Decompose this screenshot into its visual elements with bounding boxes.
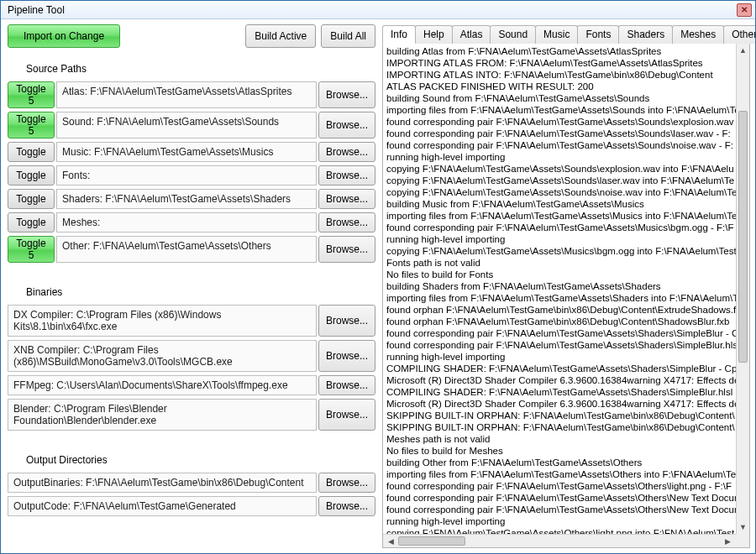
source-path-field[interactable]: Fonts: xyxy=(56,165,317,186)
binaries-list: DX Compiler: C:\Program Files (x86)\Wind… xyxy=(8,305,375,431)
vertical-scrollbar[interactable]: ▲ ▼ xyxy=(736,44,749,534)
source-path-field[interactable]: Music: F:\FNA\Aelum\TestGame\Assets\Musi… xyxy=(56,142,317,162)
binary-row: DX Compiler: C:\Program Files (x86)\Wind… xyxy=(8,305,375,337)
log-line: found corresponding pair F:\FNA\Aelum\Te… xyxy=(386,339,732,351)
output-heading: Output Directories xyxy=(26,454,375,466)
top-button-row: Import on Change Build Active Build All xyxy=(8,24,375,48)
log-line: copying F:\FNA\Aelum\TestGame\Assets\Sou… xyxy=(386,175,732,186)
binaries-heading: Binaries xyxy=(26,286,375,298)
log-line: SKIPPING BUILT-IN ORPHAN: F:\FNA\Aelum\T… xyxy=(386,421,732,433)
log-line: found corresponding pair F:\FNA\Aelum\Te… xyxy=(386,139,732,151)
scroll-down-arrow-icon[interactable]: ▼ xyxy=(737,520,749,534)
log-line: building Shaders from F:\FNA\Aelum\TestG… xyxy=(386,280,732,292)
log-line: building Music from F:\FNA\Aelum\TestGam… xyxy=(386,198,732,210)
log-line: found corresponding pair F:\FNA\Aelum\Te… xyxy=(386,222,732,233)
source-path-field[interactable]: Sound: F:\FNA\Aelum\TestGame\Assets\Soun… xyxy=(56,112,317,138)
tab-atlas[interactable]: Atlas xyxy=(452,25,491,44)
browse-button[interactable]: Browse... xyxy=(318,375,375,395)
horizontal-scrollbar[interactable]: ◀ ▶ xyxy=(383,534,736,547)
log-line: copying F:\FNA\Aelum\TestGame\Assets\Oth… xyxy=(386,527,732,534)
tab-help[interactable]: Help xyxy=(415,25,453,44)
browse-button[interactable]: Browse... xyxy=(318,340,375,372)
browse-button[interactable]: Browse... xyxy=(318,212,375,233)
build-all-button[interactable]: Build All xyxy=(321,24,375,48)
source-path-field[interactable]: Atlas: F:\FNA\Aelum\TestGame\Assets\Atla… xyxy=(56,81,317,108)
build-active-button[interactable]: Build Active xyxy=(245,24,316,48)
tab-music[interactable]: Music xyxy=(535,25,578,44)
scroll-left-arrow-icon[interactable]: ◀ xyxy=(383,535,396,547)
log-line: copying F:\FNA\Aelum\TestGame\Assets\Sou… xyxy=(386,186,732,198)
scroll-right-arrow-icon[interactable]: ▶ xyxy=(722,535,736,547)
tab-info[interactable]: Info xyxy=(382,25,416,44)
binary-row: Blender: C:\Program Files\Blender Founda… xyxy=(8,399,375,431)
output-path-field[interactable]: OutputCode: F:\FNA\Aelum\TestGame\Genera… xyxy=(8,496,317,516)
toggle-button[interactable]: Toggle 5 xyxy=(8,236,55,263)
source-path-row: Toggle 5Sound: F:\FNA\Aelum\TestGame\Ass… xyxy=(8,112,375,138)
binary-path-field[interactable]: FFMpeg: C:\Users\Alan\Documents\ShareX\T… xyxy=(8,375,317,395)
tab-sound[interactable]: Sound xyxy=(490,25,536,44)
log-text: building Atlas from F:\FNA\Aelum\TestGam… xyxy=(383,44,736,534)
source-path-field[interactable]: Other: F:\FNA\Aelum\TestGame\Assets\Othe… xyxy=(56,236,317,263)
toggle-button[interactable]: Toggle 5 xyxy=(8,112,55,138)
browse-button[interactable]: Browse... xyxy=(318,189,375,209)
import-on-change-button[interactable]: Import on Change xyxy=(8,24,120,48)
log-line: importing files from F:\FNA\Aelum\TestGa… xyxy=(386,104,732,116)
tab-fonts[interactable]: Fonts xyxy=(577,25,619,44)
tab-other[interactable]: Other xyxy=(723,25,755,44)
toggle-button[interactable]: Toggle xyxy=(8,142,55,162)
source-path-field[interactable]: Meshes: xyxy=(56,212,317,233)
binary-path-field[interactable]: XNB Compiler: C:\Program Files (x86)\MSB… xyxy=(8,340,317,372)
log-line: found corresponding pair F:\FNA\Aelum\Te… xyxy=(386,116,732,128)
source-path-row: ToggleFonts:Browse... xyxy=(8,165,375,186)
log-line: found corresponding pair F:\FNA\Aelum\Te… xyxy=(386,480,732,492)
browse-button[interactable]: Browse... xyxy=(318,112,375,138)
log-line: found corresponding pair F:\FNA\Aelum\Te… xyxy=(386,504,732,515)
log-line: found corresponding pair F:\FNA\Aelum\Te… xyxy=(386,327,732,339)
browse-button[interactable]: Browse... xyxy=(318,165,375,186)
source-path-row: Toggle 5Other: F:\FNA\Aelum\TestGame\Ass… xyxy=(8,236,375,263)
output-row: OutputCode: F:\FNA\Aelum\TestGame\Genera… xyxy=(8,496,375,516)
close-button[interactable]: ✕ xyxy=(737,3,752,17)
log-line: building Other from F:\FNA\Aelum\TestGam… xyxy=(386,457,732,468)
toggle-button[interactable]: Toggle 5 xyxy=(8,81,55,108)
log-line: importing files from F:\FNA\Aelum\TestGa… xyxy=(386,468,732,480)
browse-button[interactable]: Browse... xyxy=(318,473,375,493)
browse-button[interactable]: Browse... xyxy=(318,305,375,337)
titlebar: Pipeline Tool ✕ xyxy=(1,1,755,19)
log-line: running high-level importing xyxy=(386,151,732,163)
horizontal-scroll-thumb[interactable] xyxy=(398,536,465,546)
scroll-corner xyxy=(736,534,749,547)
log-container: building Atlas from F:\FNA\Aelum\TestGam… xyxy=(382,44,750,548)
toggle-button[interactable]: Toggle xyxy=(8,189,55,209)
source-path-row: ToggleMusic: F:\FNA\Aelum\TestGame\Asset… xyxy=(8,142,375,162)
browse-button[interactable]: Browse... xyxy=(318,399,375,431)
binary-path-field[interactable]: DX Compiler: C:\Program Files (x86)\Wind… xyxy=(8,305,317,337)
vertical-scroll-thumb[interactable] xyxy=(738,111,748,363)
output-path-field[interactable]: OutputBinaries: F:\FNA\Aelum\TestGame\bi… xyxy=(8,473,317,493)
browse-button[interactable]: Browse... xyxy=(318,81,375,108)
close-icon: ✕ xyxy=(741,5,748,14)
source-path-field[interactable]: Shaders: F:\FNA\Aelum\TestGame\Assets\Sh… xyxy=(56,189,317,209)
log-line: IMPORTING ATLAS FROM: F:\FNA\Aelum\TestG… xyxy=(386,57,732,69)
browse-button[interactable]: Browse... xyxy=(318,236,375,263)
log-tabs: InfoHelpAtlasSoundMusicFontsShadersMeshe… xyxy=(382,24,750,44)
log-line: ATLAS PACKED FINISHED WITH RESULT: 200 xyxy=(386,81,732,92)
log-line: building Sound from F:\FNA\Aelum\TestGam… xyxy=(386,92,732,104)
binary-path-field[interactable]: Blender: C:\Program Files\Blender Founda… xyxy=(8,399,317,431)
browse-button[interactable]: Browse... xyxy=(318,142,375,162)
browse-button[interactable]: Browse... xyxy=(318,496,375,516)
tab-shaders[interactable]: Shaders xyxy=(618,25,673,44)
log-line: copying F:\FNA\Aelum\TestGame\Assets\Mus… xyxy=(386,245,732,257)
tab-meshes[interactable]: Meshes xyxy=(672,25,724,44)
log-line: found corresponding pair F:\FNA\Aelum\Te… xyxy=(386,128,732,139)
toggle-button[interactable]: Toggle xyxy=(8,212,55,233)
app-window: Pipeline Tool ✕ Import on Change Build A… xyxy=(0,0,756,554)
scroll-up-arrow-icon[interactable]: ▲ xyxy=(737,44,749,57)
log-line: running high-level importing xyxy=(386,351,732,363)
log-line: Fonts path is not valid xyxy=(386,257,732,269)
spacer xyxy=(125,24,240,48)
toggle-button[interactable]: Toggle xyxy=(8,165,55,186)
log-line: Microsoft (R) Direct3D Shader Compiler 6… xyxy=(386,374,732,386)
log-line: found orphan F:\FNA\Aelum\TestGame\bin\x… xyxy=(386,316,732,327)
source-paths-list: Toggle 5Atlas: F:\FNA\Aelum\TestGame\Ass… xyxy=(8,81,375,263)
